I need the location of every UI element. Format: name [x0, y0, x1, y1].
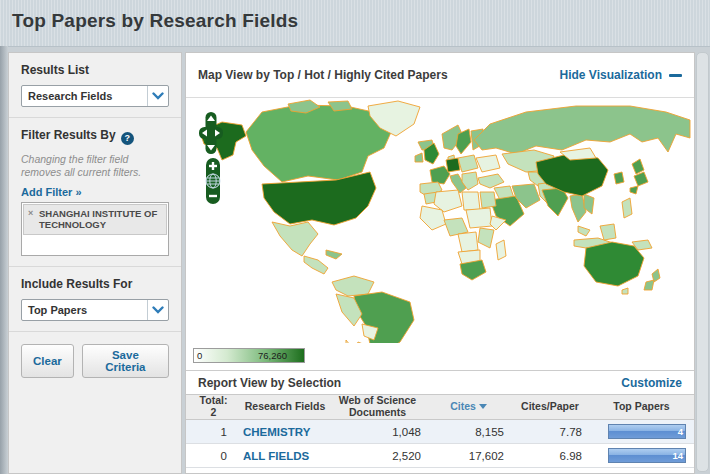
map-zoom-control[interactable] — [204, 158, 222, 204]
map-country-mexico[interactable] — [272, 222, 318, 256]
map-region-west-africa[interactable] — [420, 206, 446, 230]
world-choropleth-map[interactable] — [186, 98, 694, 343]
save-criteria-button[interactable]: Save Criteria — [82, 344, 169, 378]
results-list-section: Results List Research Fields — [9, 53, 181, 117]
map-island-borneo[interactable] — [600, 224, 616, 240]
table-row: 0 ALL FIELDS 2,520 17,602 6.98 14 — [186, 444, 694, 468]
map-country-germany[interactable] — [446, 158, 460, 172]
map-country-japan[interactable] — [630, 186, 638, 194]
map-color-legend: 0 76,260 — [193, 348, 305, 363]
filter-label: Filter Results By? — [21, 128, 169, 145]
map-region-central-europe[interactable] — [458, 155, 478, 172]
wos-documents-line2: Documents — [329, 407, 426, 419]
help-icon[interactable]: ? — [121, 132, 134, 145]
column-cites-per-paper[interactable]: Cites/Paper — [511, 401, 589, 413]
map-country-new-zealand[interactable] — [644, 280, 654, 290]
filter-label-text: Filter Results By — [21, 128, 116, 142]
map-island-tasmania[interactable] — [622, 288, 628, 294]
map-country-cuba[interactable] — [326, 250, 342, 259]
column-wos-documents[interactable]: Web of Science Documents — [329, 395, 426, 418]
total-count: 2 — [186, 407, 241, 419]
cites-per-paper-value: 6.98 — [511, 450, 589, 462]
map-country-algeria[interactable] — [434, 190, 462, 212]
results-list-selected-value: Research Fields — [28, 90, 112, 102]
map-visualization: 0 76,260 — [186, 98, 694, 370]
map-country-philippines[interactable] — [622, 198, 632, 218]
map-country-russia[interactable] — [474, 106, 690, 154]
active-filters-box: × SHANGHAI INSTITUTE OF TECHNOLOGY — [21, 202, 169, 256]
clear-button[interactable]: Clear — [21, 344, 74, 378]
scrollbar-track[interactable] — [696, 52, 709, 472]
map-country-egypt[interactable] — [480, 192, 496, 208]
top-papers-bar[interactable]: 14 — [608, 448, 686, 463]
minus-icon — [669, 74, 682, 77]
chevron-down-icon[interactable] — [147, 86, 168, 106]
criteria-sidebar: Results List Research Fields Filter Resu… — [8, 52, 182, 474]
cites-value: 8,155 — [426, 426, 511, 438]
map-country-madagascar[interactable] — [496, 240, 506, 260]
results-list-select[interactable]: Research Fields — [21, 85, 169, 107]
globe-reset-button[interactable] — [206, 174, 220, 188]
report-view-header: Report View by Selection Customize — [186, 370, 694, 394]
include-results-select[interactable]: Top Papers — [21, 299, 169, 321]
map-country-south-africa[interactable] — [460, 260, 486, 280]
filter-chip-label: SHANGHAI INSTITUTE OF TECHNOLOGY — [39, 208, 157, 230]
criteria-buttons: Clear Save Criteria — [9, 331, 181, 388]
map-country-ukraine[interactable] — [476, 155, 500, 172]
map-pan-control[interactable] — [199, 112, 223, 154]
cites-per-paper-value: 7.78 — [511, 426, 589, 438]
map-region-central-america[interactable] — [304, 256, 328, 274]
map-country-japan[interactable] — [632, 159, 644, 174]
research-field-link[interactable]: ALL FIELDS — [241, 450, 329, 462]
map-view-title: Map View by Top / Hot / Highly Cited Pap… — [198, 68, 448, 82]
report-view-title: Report View by Selection — [198, 376, 341, 390]
page-left-edge — [0, 46, 8, 474]
map-country-south-korea[interactable] — [614, 172, 624, 184]
esi-screen: Top Papers by Research Fields Results Li… — [0, 0, 710, 474]
row-rank: 0 — [186, 450, 241, 462]
chevron-down-icon[interactable] — [147, 300, 168, 320]
map-country-chile[interactable] — [344, 340, 354, 343]
filter-section: Filter Results By? Changing the filter f… — [9, 117, 181, 266]
column-total: Total: 2 — [186, 395, 241, 418]
map-country-australia[interactable] — [584, 242, 644, 286]
map-region-colombia-venezuela[interactable] — [332, 276, 374, 296]
page-title: Top Papers by Research Fields — [12, 10, 298, 32]
include-results-selected-value: Top Papers — [28, 304, 87, 316]
hide-visualization-link[interactable]: Hide Visualization — [560, 68, 682, 82]
cites-value: 17,602 — [426, 450, 511, 462]
map-country-brazil[interactable] — [354, 292, 414, 343]
column-research-fields[interactable]: Research Fields — [241, 401, 329, 413]
column-cites-sort[interactable]: Cites — [426, 401, 511, 413]
row-rank: 1 — [186, 426, 241, 438]
research-field-link[interactable]: CHEMISTRY — [241, 426, 329, 438]
filter-note: Changing the filter field removes all cu… — [21, 153, 169, 180]
include-results-label: Include Results For — [21, 277, 169, 291]
map-region-sudan-chad[interactable] — [466, 208, 492, 228]
top-papers-bar[interactable]: 4 — [608, 424, 686, 439]
map-country-malaysia[interactable] — [578, 226, 590, 236]
legend-min-value: 0 — [197, 350, 202, 361]
page-header-band: Top Papers by Research Fields — [0, 0, 710, 47]
main-panel: Map View by Top / Hot / Highly Cited Pap… — [185, 52, 695, 474]
filter-chip[interactable]: × SHANGHAI INSTITUTE OF TECHNOLOGY — [23, 204, 167, 235]
top-papers-cell: 4 — [589, 424, 694, 439]
map-country-ireland[interactable] — [415, 153, 423, 162]
customize-link[interactable]: Customize — [621, 376, 682, 390]
include-results-section: Include Results For Top Papers — [9, 266, 181, 331]
wos-documents-value: 2,520 — [329, 450, 426, 462]
results-table-header: Total: 2 Research Fields Web of Science … — [186, 394, 694, 420]
column-top-papers[interactable]: Top Papers — [589, 401, 694, 413]
add-filter-link[interactable]: Add Filter » — [21, 186, 169, 198]
map-country-drc[interactable] — [458, 232, 478, 252]
map-region-east-africa[interactable] — [478, 228, 494, 248]
sort-desc-icon — [479, 404, 487, 409]
table-row: 1 CHEMISTRY 1,048 8,155 7.78 4 — [186, 420, 694, 444]
cites-label: Cites — [450, 400, 476, 412]
wos-documents-value: 1,048 — [329, 426, 426, 438]
legend-max-value: 76,260 — [258, 350, 287, 361]
top-papers-cell: 14 — [589, 448, 694, 463]
map-country-turkey[interactable] — [478, 174, 504, 188]
map-country-libya[interactable] — [462, 192, 480, 210]
remove-filter-icon[interactable]: × — [28, 208, 33, 219]
